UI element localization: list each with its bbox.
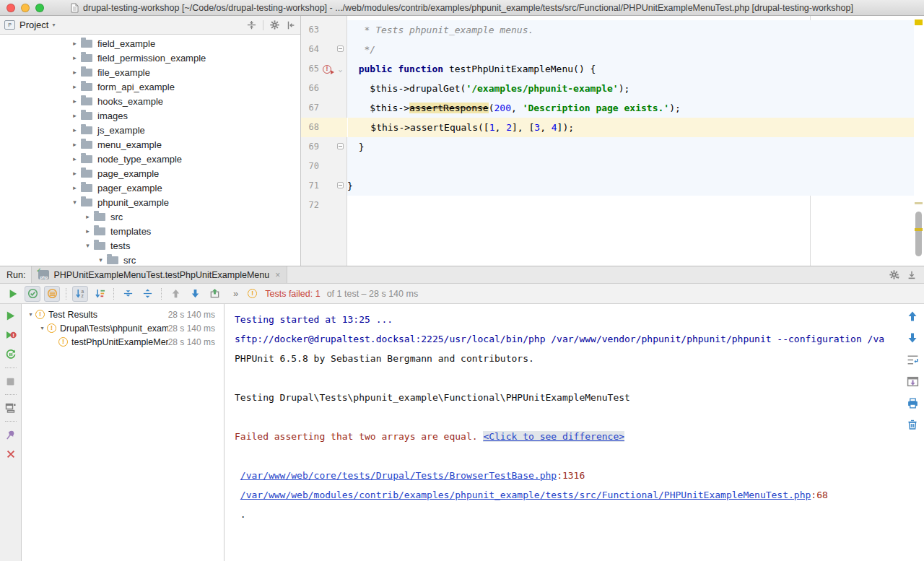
project-tree-item-src[interactable]: ▸src: [0, 209, 300, 224]
project-tree-item-phpunit_example[interactable]: ▾phpunit_example: [0, 195, 300, 209]
code-text[interactable]: * Tests phpunit_example menus.: [347, 20, 914, 40]
fold-marker-icon[interactable]: [335, 137, 346, 157]
tree-expanded-arrow-icon[interactable]: ▾: [95, 256, 106, 264]
project-settings-gear-icon[interactable]: [269, 19, 280, 30]
failed-test-gutter-icon[interactable]: !: [319, 65, 335, 74]
rerun-tests-button[interactable]: [5, 286, 21, 302]
previous-failed-test-button[interactable]: [167, 286, 183, 302]
tree-expanded-arrow-icon[interactable]: ▾: [69, 199, 80, 206]
project-tree-item-page_example[interactable]: ▸page_example: [0, 166, 300, 181]
fold-collapse-icon[interactable]: [337, 182, 344, 188]
tree-expanded-arrow-icon[interactable]: ▾: [38, 325, 47, 331]
code-text[interactable]: public function testPhpUnitExampleMenu()…: [347, 59, 914, 79]
tree-collapsed-arrow-icon[interactable]: ▸: [69, 170, 80, 177]
next-failed-test-button[interactable]: [187, 286, 203, 302]
project-view-dropdown-icon[interactable]: ▾: [52, 22, 55, 28]
tree-collapsed-arrow-icon[interactable]: ▸: [82, 213, 93, 220]
print-button[interactable]: [906, 396, 919, 409]
tree-collapsed-arrow-icon[interactable]: ▸: [69, 40, 80, 47]
code-text[interactable]: */: [347, 40, 914, 59]
hide-run-panel-icon[interactable]: [907, 270, 917, 280]
code-text[interactable]: $this->drupalGet('/examples/phpunit-exam…: [347, 79, 914, 98]
import-test-results-button[interactable]: [906, 375, 919, 388]
project-tree-item-field_permission_example[interactable]: ▸field_permission_example: [0, 51, 300, 65]
code-text[interactable]: $this->assertResponse(200, 'Description …: [347, 98, 914, 118]
code-text[interactable]: }: [347, 176, 914, 196]
project-tree-item-templates[interactable]: ▸templates: [0, 224, 300, 238]
test-tree-item[interactable]: ▾!Drupal\Tests\phpunit_example28 s 140 m…: [22, 321, 224, 335]
scroll-from-source-icon[interactable]: [246, 19, 257, 30]
tree-collapsed-arrow-icon[interactable]: ▸: [69, 141, 80, 148]
tree-collapsed-arrow-icon[interactable]: ▸: [69, 112, 80, 119]
close-run-panel-button[interactable]: [4, 448, 17, 461]
fold-marker-icon[interactable]: ⌄: [335, 59, 346, 79]
close-window-button[interactable]: [6, 4, 15, 12]
test-tree-item[interactable]: ▾!Test Results28 s 140 ms: [22, 308, 224, 321]
minimize-window-button[interactable]: [21, 4, 30, 12]
fold-marker-icon[interactable]: [335, 40, 346, 59]
project-tree-item-tests[interactable]: ▾tests: [0, 238, 300, 253]
project-tree-item-menu_example[interactable]: ▸menu_example: [0, 137, 300, 152]
expand-all-button[interactable]: [120, 286, 136, 302]
error-stripe-caret-mark[interactable]: [915, 228, 923, 231]
show-passed-toggle[interactable]: [25, 286, 40, 302]
error-stripe-warning-mark[interactable]: [915, 19, 923, 25]
show-ignored-toggle[interactable]: [44, 286, 60, 302]
tree-collapsed-arrow-icon[interactable]: ▸: [69, 83, 80, 90]
up-the-stack-trace-button[interactable]: [906, 310, 919, 323]
code-editor[interactable]: 63 * Tests phpunit_example menus.64 */65…: [301, 16, 924, 266]
code-text[interactable]: [347, 157, 914, 176]
rerun-failed-tests-button[interactable]: !: [4, 329, 17, 342]
tree-collapsed-arrow-icon[interactable]: ▸: [69, 69, 80, 76]
sort-alphabetically-toggle[interactable]: az: [72, 286, 88, 302]
zoom-window-button[interactable]: [35, 4, 44, 12]
run-configuration-tab[interactable]: php PHPUnitExampleMenuTest.testPhpUnitEx…: [31, 266, 287, 283]
code-text[interactable]: }: [347, 137, 914, 157]
stop-button[interactable]: [4, 375, 17, 388]
test-tree-item[interactable]: !testPhpUnitExampleMenu28 s 140 ms: [22, 335, 224, 349]
tree-collapsed-arrow-icon[interactable]: ▸: [69, 184, 80, 191]
soft-wrap-toggle-icon[interactable]: [906, 353, 919, 366]
rerun-button[interactable]: [4, 309, 17, 322]
close-tab-icon[interactable]: ×: [275, 270, 280, 280]
console-link[interactable]: <Click to see difference>: [483, 431, 624, 442]
hide-project-panel-icon[interactable]: [286, 20, 296, 30]
tree-collapsed-arrow-icon[interactable]: ▸: [69, 97, 80, 105]
project-tree-item-hooks_example[interactable]: ▸hooks_example: [0, 94, 300, 108]
test-console[interactable]: Testing started at 13:25 ...sftp://docke…: [225, 304, 924, 561]
more-actions-chevron[interactable]: »: [233, 288, 238, 299]
project-tree-item-js_example[interactable]: ▸js_example: [0, 123, 300, 137]
export-test-results-button[interactable]: [206, 286, 222, 302]
run-settings-gear-icon[interactable]: [889, 269, 899, 280]
code-text[interactable]: [347, 196, 914, 215]
tree-expanded-arrow-icon[interactable]: ▾: [26, 311, 35, 318]
pin-tab-button[interactable]: [4, 428, 17, 441]
project-tree-item-field_example[interactable]: ▸field_example: [0, 36, 300, 51]
error-stripe-mark[interactable]: [915, 202, 923, 204]
failed-test-icon[interactable]: !: [323, 65, 331, 74]
project-tree-item-pager_example[interactable]: ▸pager_example: [0, 181, 300, 195]
tree-collapsed-arrow-icon[interactable]: ▸: [69, 126, 80, 134]
project-tree-item-file_example[interactable]: ▸file_example: [0, 65, 300, 79]
tree-collapsed-arrow-icon[interactable]: ▸: [82, 227, 93, 235]
restore-layout-button[interactable]: [4, 401, 17, 414]
toggle-auto-test-button[interactable]: [4, 348, 17, 361]
console-link[interactable]: /var/www/web/modules/contrib/examples/ph…: [240, 490, 811, 500]
sort-by-duration-button[interactable]: [92, 286, 108, 302]
collapse-all-button[interactable]: [139, 286, 155, 302]
fold-collapse-icon[interactable]: [337, 45, 344, 52]
code-text[interactable]: $this->assertEquals([1, 2], [3, 4]);: [348, 118, 914, 137]
tree-collapsed-arrow-icon[interactable]: ▸: [69, 155, 80, 162]
fold-collapse-icon[interactable]: [337, 143, 344, 149]
fold-marker-icon[interactable]: [335, 176, 346, 196]
editor-scrollbar-thumb[interactable]: [915, 212, 922, 256]
project-tree-item-src[interactable]: ▾src: [0, 253, 300, 266]
tree-expanded-arrow-icon[interactable]: ▾: [82, 242, 93, 249]
down-the-stack-trace-button[interactable]: [906, 331, 919, 344]
project-tree-item-images[interactable]: ▸images: [0, 108, 300, 123]
console-link[interactable]: /var/www/web/core/tests/Drupal/Tests/Bro…: [240, 470, 557, 481]
project-tree-item-node_type_example[interactable]: ▸node_type_example: [0, 152, 300, 166]
project-tree-item-form_api_example[interactable]: ▸form_api_example: [0, 79, 300, 94]
tree-collapsed-arrow-icon[interactable]: ▸: [69, 54, 80, 61]
clear-console-trash-icon[interactable]: [906, 418, 919, 431]
